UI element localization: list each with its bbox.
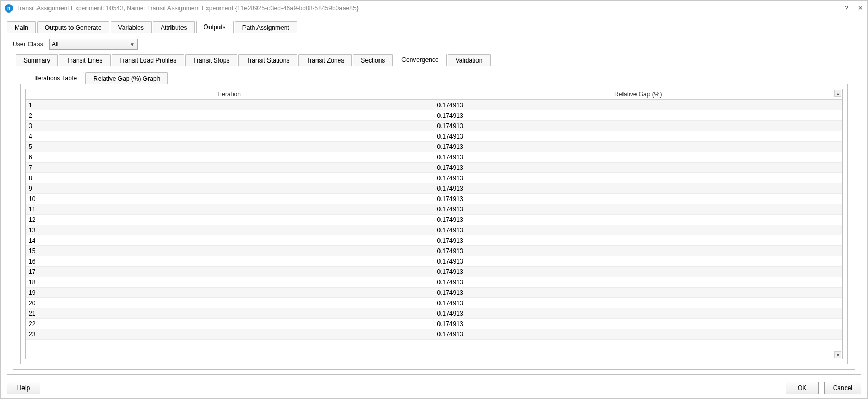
cell-relative-gap: 0.174913 bbox=[434, 279, 843, 286]
cell-relative-gap: 0.174913 bbox=[434, 300, 843, 307]
innertab-iterations-table[interactable]: Iterations Table bbox=[27, 72, 84, 84]
subtab-validation[interactable]: Validation bbox=[448, 54, 491, 66]
cell-relative-gap: 0.174913 bbox=[434, 164, 843, 171]
table-row[interactable]: 230.174913 bbox=[26, 329, 842, 340]
cell-relative-gap: 0.174913 bbox=[434, 268, 843, 276]
table-row[interactable]: 70.174913 bbox=[26, 163, 842, 173]
window-title: Transit Assignment Experiment: 10543, Na… bbox=[16, 5, 845, 12]
tab-outputs[interactable]: Outputs bbox=[196, 21, 234, 33]
table-row[interactable]: 200.174913 bbox=[26, 298, 842, 308]
subtab-transit-lines[interactable]: Transit Lines bbox=[59, 54, 110, 66]
ok-button[interactable]: OK bbox=[786, 382, 819, 394]
cell-iteration: 3 bbox=[26, 122, 434, 130]
cell-iteration: 20 bbox=[26, 300, 434, 307]
table-row[interactable]: 110.174913 bbox=[26, 204, 842, 215]
table-row[interactable]: 150.174913 bbox=[26, 246, 842, 256]
user-class-row: User Class: All ▼ bbox=[13, 39, 855, 50]
subtab-transit-load-profiles[interactable]: Transit Load Profiles bbox=[112, 54, 185, 66]
user-class-select[interactable]: All ▼ bbox=[49, 39, 138, 50]
scroll-down-icon[interactable]: ▾ bbox=[834, 351, 841, 358]
subtab-sections[interactable]: Sections bbox=[353, 54, 393, 66]
cell-iteration: 6 bbox=[26, 154, 434, 161]
help-button[interactable]: Help bbox=[7, 382, 40, 394]
cell-iteration: 19 bbox=[26, 289, 434, 296]
cell-iteration: 4 bbox=[26, 133, 434, 140]
table-row[interactable]: 130.174913 bbox=[26, 225, 842, 235]
table-row[interactable]: 120.174913 bbox=[26, 215, 842, 225]
table-row[interactable]: 20.174913 bbox=[26, 110, 842, 121]
table-row[interactable]: 40.174913 bbox=[26, 131, 842, 142]
table-row[interactable]: 10.174913 bbox=[26, 100, 842, 110]
cell-relative-gap: 0.174913 bbox=[434, 133, 843, 140]
cell-relative-gap: 0.174913 bbox=[434, 331, 843, 338]
table-row[interactable]: 80.174913 bbox=[26, 173, 842, 183]
cell-iteration: 9 bbox=[26, 185, 434, 192]
subtab-transit-zones[interactable]: Transit Zones bbox=[298, 54, 352, 66]
tab-attributes[interactable]: Attributes bbox=[153, 21, 195, 33]
table-row[interactable]: 210.174913 bbox=[26, 308, 842, 319]
cell-iteration: 23 bbox=[26, 331, 434, 338]
cell-relative-gap: 0.174913 bbox=[434, 237, 843, 244]
convergence-panel: Iterations TableRelative Gap (%) Graph I… bbox=[13, 66, 855, 370]
cell-relative-gap: 0.174913 bbox=[434, 310, 843, 317]
subtab-transit-stations[interactable]: Transit Stations bbox=[238, 54, 297, 66]
title-bar: n Transit Assignment Experiment: 10543, … bbox=[1, 1, 867, 16]
tab-main[interactable]: Main bbox=[7, 21, 36, 33]
cell-relative-gap: 0.174913 bbox=[434, 195, 843, 203]
cell-iteration: 7 bbox=[26, 164, 434, 171]
cell-iteration: 17 bbox=[26, 268, 434, 276]
innertab-relative-gap-graph[interactable]: Relative Gap (%) Graph bbox=[85, 72, 168, 84]
scroll-up-icon[interactable]: ▴ bbox=[834, 90, 841, 97]
table-row[interactable]: 180.174913 bbox=[26, 277, 842, 288]
tab-path-assignment[interactable]: Path Assignment bbox=[235, 21, 297, 33]
table-row[interactable]: 100.174913 bbox=[26, 194, 842, 204]
cell-relative-gap: 0.174913 bbox=[434, 122, 843, 130]
cell-relative-gap: 0.174913 bbox=[434, 227, 843, 234]
cell-relative-gap: 0.174913 bbox=[434, 206, 843, 213]
table-row[interactable]: 60.174913 bbox=[26, 152, 842, 163]
cell-relative-gap: 0.174913 bbox=[434, 102, 843, 109]
column-header-iteration[interactable]: Iteration bbox=[26, 89, 434, 99]
table-row[interactable]: 190.174913 bbox=[26, 288, 842, 298]
close-icon[interactable]: ✕ bbox=[858, 4, 863, 12]
table-row[interactable]: 30.174913 bbox=[26, 121, 842, 131]
cell-iteration: 18 bbox=[26, 279, 434, 286]
cancel-button[interactable]: Cancel bbox=[824, 382, 861, 394]
table-row[interactable]: 170.174913 bbox=[26, 267, 842, 277]
table-row[interactable]: 90.174913 bbox=[26, 183, 842, 194]
iterations-table: Iteration Relative Gap (%) ▴ 10.17491320… bbox=[25, 89, 843, 359]
tab-outputs-to-generate[interactable]: Outputs to Generate bbox=[37, 21, 109, 33]
cell-relative-gap: 0.174913 bbox=[434, 174, 843, 182]
table-rows-scroll[interactable]: 10.17491320.17491330.17491340.17491350.1… bbox=[26, 100, 842, 359]
help-icon[interactable]: ? bbox=[845, 4, 848, 12]
cell-relative-gap: 0.174913 bbox=[434, 112, 843, 119]
table-row[interactable]: 160.174913 bbox=[26, 256, 842, 267]
table-row[interactable]: 50.174913 bbox=[26, 142, 842, 152]
tab-variables[interactable]: Variables bbox=[111, 21, 152, 33]
table-row[interactable]: 220.174913 bbox=[26, 319, 842, 329]
sub-tabs: SummaryTransit LinesTransit Load Profile… bbox=[16, 53, 855, 66]
cell-relative-gap: 0.174913 bbox=[434, 185, 843, 192]
cell-relative-gap: 0.174913 bbox=[434, 289, 843, 296]
subtab-convergence[interactable]: Convergence bbox=[394, 54, 446, 66]
user-class-label: User Class: bbox=[13, 41, 45, 48]
top-tabs: MainOutputs to GenerateVariablesAttribut… bbox=[7, 20, 861, 33]
cell-iteration: 14 bbox=[26, 237, 434, 244]
subtab-summary[interactable]: Summary bbox=[16, 54, 58, 66]
cell-relative-gap: 0.174913 bbox=[434, 154, 843, 161]
cell-iteration: 5 bbox=[26, 143, 434, 151]
cell-iteration: 11 bbox=[26, 206, 434, 213]
cell-iteration: 22 bbox=[26, 320, 434, 328]
cell-iteration: 15 bbox=[26, 247, 434, 255]
subtab-transit-stops[interactable]: Transit Stops bbox=[185, 54, 237, 66]
iterations-table-panel: Iteration Relative Gap (%) ▴ 10.17491320… bbox=[20, 84, 848, 364]
table-row[interactable]: 140.174913 bbox=[26, 235, 842, 246]
cell-relative-gap: 0.174913 bbox=[434, 320, 843, 328]
cell-iteration: 2 bbox=[26, 112, 434, 119]
table-header: Iteration Relative Gap (%) ▴ bbox=[26, 89, 842, 100]
table-body: 10.17491320.17491330.17491340.17491350.1… bbox=[26, 100, 842, 359]
cell-iteration: 13 bbox=[26, 227, 434, 234]
app-icon: n bbox=[5, 4, 13, 13]
column-header-relative-gap[interactable]: Relative Gap (%) bbox=[434, 89, 843, 99]
cell-iteration: 1 bbox=[26, 102, 434, 109]
